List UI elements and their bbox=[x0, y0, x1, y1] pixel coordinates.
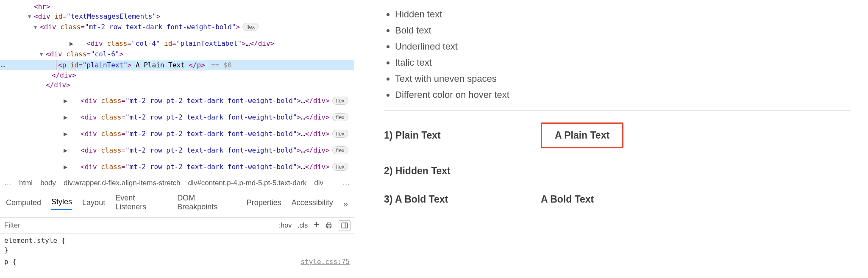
console-ref-zero: == $0 bbox=[207, 61, 232, 69]
tab-styles[interactable]: Styles bbox=[51, 197, 72, 210]
list-item: Underlined text bbox=[395, 39, 851, 54]
dom-node[interactable]: <div class="col-6"> bbox=[0, 49, 354, 60]
selection-ellipsis-icon: ⋯ bbox=[1, 61, 6, 71]
flex-badge[interactable]: flex bbox=[332, 163, 348, 171]
breadcrumb[interactable]: … htmlbodydiv.wrapper.d-flex.align-items… bbox=[0, 176, 354, 190]
breadcrumb-item[interactable]: body bbox=[40, 179, 56, 187]
element-style-rule[interactable]: element.style { } bbox=[4, 236, 350, 255]
breadcrumb-item[interactable]: div.wrapper.d-flex.align-items-stretch bbox=[64, 179, 181, 187]
tab-computed[interactable]: Computed bbox=[6, 198, 41, 210]
expand-arrow-right-icon[interactable] bbox=[34, 156, 81, 172]
toggle-panel-icon[interactable] bbox=[339, 220, 351, 231]
tab-accessibility[interactable]: Accessibility bbox=[292, 198, 333, 210]
cls-toggle[interactable]: .cls bbox=[298, 222, 308, 229]
dom-tree[interactable]: <hr><div id="textMessagesElements"><div … bbox=[0, 0, 354, 176]
tab-event-listeners[interactable]: Event Listeners bbox=[115, 194, 167, 214]
svg-rect-2 bbox=[328, 226, 330, 228]
expand-arrow-right-icon[interactable] bbox=[34, 122, 81, 139]
styles-filter-bar: :hov .cls + bbox=[0, 218, 354, 234]
print-media-icon[interactable] bbox=[325, 222, 333, 230]
breadcrumb-overflow[interactable]: … bbox=[342, 179, 350, 187]
styles-filter-input[interactable] bbox=[3, 220, 273, 231]
tab-dom-breakpoints[interactable]: DOM Breakpoints bbox=[177, 194, 236, 214]
expand-arrow-right-icon[interactable] bbox=[40, 32, 86, 49]
dom-node[interactable]: </div> bbox=[0, 80, 354, 90]
devtools-panel: <hr><div id="textMessagesElements"><div … bbox=[0, 0, 354, 278]
breadcrumb-item[interactable]: html bbox=[19, 179, 33, 187]
flex-badge[interactable]: flex bbox=[332, 97, 348, 105]
flex-badge[interactable]: flex bbox=[332, 130, 348, 138]
hov-toggle[interactable]: :hov bbox=[279, 222, 292, 229]
rendered-page: Hidden textBold textUnderlined textItali… bbox=[354, 0, 868, 278]
flex-badge[interactable]: flex bbox=[242, 23, 259, 31]
dom-node[interactable]: <div class="mt-2 row pt-2 text-dark font… bbox=[0, 90, 354, 106]
flex-badge[interactable]: flex bbox=[332, 113, 348, 121]
p-rule[interactable]: style.css:75 p { bbox=[4, 257, 350, 267]
demo-row: 1) Plain TextA Plain Text bbox=[384, 122, 851, 148]
expand-arrow-down-icon[interactable] bbox=[34, 22, 40, 32]
selected-tag-highlight: <p id="plainText"> A Plain Text </p> bbox=[56, 60, 207, 70]
list-item: Different color on hover text bbox=[395, 87, 851, 103]
expand-arrow-right-icon[interactable] bbox=[34, 139, 81, 156]
demo-row: 3) A Bold TextA Bold Text bbox=[384, 194, 851, 205]
list-item: Italic text bbox=[395, 55, 851, 70]
dom-node[interactable]: <div class="mt-2 row pt-2 text-dark font… bbox=[0, 106, 354, 123]
svg-rect-1 bbox=[328, 223, 330, 224]
dom-node[interactable]: <div class="mt-2 row pt-2 text-dark font… bbox=[0, 139, 354, 156]
styles-rules[interactable]: element.style { } style.css:75 p { bbox=[0, 234, 354, 278]
feature-list: Hidden textBold textUnderlined textItali… bbox=[384, 7, 851, 103]
demo-value: A Bold Text bbox=[541, 194, 594, 205]
demo-label: 2) Hidden Text bbox=[384, 165, 541, 177]
style-source-link[interactable]: style.css:75 bbox=[300, 257, 350, 267]
dom-node[interactable]: <div class="mt-2 row pt-2 text-dark font… bbox=[0, 156, 354, 172]
expand-arrow-down-icon[interactable] bbox=[40, 50, 46, 59]
divider bbox=[384, 110, 851, 111]
svg-rect-3 bbox=[342, 223, 348, 228]
dom-node-selected[interactable]: ⋯<p id="plainText"> A Plain Text </p> ==… bbox=[0, 60, 354, 70]
list-item: Bold text bbox=[395, 23, 851, 38]
flex-badge[interactable]: flex bbox=[332, 146, 348, 154]
list-item: Text with uneven spaces bbox=[395, 71, 851, 86]
dom-node[interactable]: <div class="col-4" id="plainTextLabel">…… bbox=[0, 33, 354, 49]
dom-node[interactable]: </div> bbox=[0, 70, 354, 80]
breadcrumb-prefix[interactable]: … bbox=[4, 179, 11, 187]
expand-arrow-right-icon[interactable] bbox=[34, 106, 81, 122]
demo-label: 1) Plain Text bbox=[384, 130, 541, 141]
dom-node[interactable]: <div class="mt-2 row text-dark font-weig… bbox=[0, 22, 354, 33]
tab-properties[interactable]: Properties bbox=[247, 198, 281, 210]
new-style-button[interactable]: + bbox=[314, 219, 319, 230]
demo-label: 3) A Bold Text bbox=[384, 194, 541, 205]
tab-layout[interactable]: Layout bbox=[82, 198, 105, 210]
demo-row: 2) Hidden Text bbox=[384, 165, 851, 177]
dom-node[interactable]: <div id="textMessagesElements"> bbox=[0, 11, 354, 22]
dom-node[interactable]: <div class="mt-2 row pt-2 text-dark font… bbox=[0, 123, 354, 139]
breadcrumb-item[interactable]: div#content.p-4.p-md-5.pt-5.text-dark bbox=[188, 179, 307, 187]
styles-tabs: ComputedStylesLayoutEvent ListenersDOM B… bbox=[0, 190, 354, 218]
expand-arrow-down-icon[interactable] bbox=[28, 12, 34, 22]
demo-value-highlighted: A Plain Text bbox=[541, 122, 623, 148]
breadcrumb-item[interactable]: div bbox=[314, 179, 323, 187]
tabs-overflow-icon[interactable]: » bbox=[343, 199, 348, 209]
list-item: Hidden text bbox=[395, 7, 851, 22]
expand-arrow-right-icon[interactable] bbox=[34, 89, 81, 106]
dom-node[interactable]: <hr> bbox=[0, 2, 354, 11]
